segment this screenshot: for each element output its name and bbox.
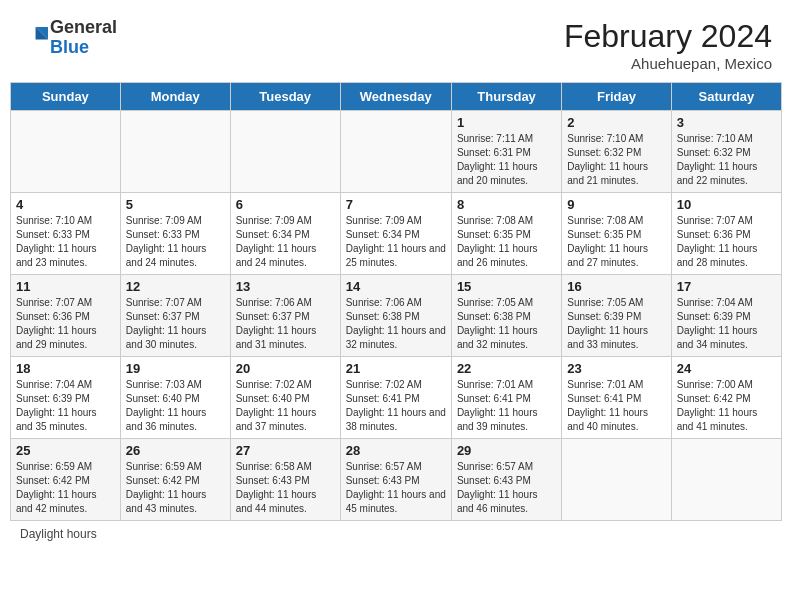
calendar-week-2: 4Sunrise: 7:10 AM Sunset: 6:33 PM Daylig… [11,193,782,275]
day-info: Sunrise: 7:02 AM Sunset: 6:41 PM Dayligh… [346,378,446,434]
day-number: 9 [567,197,665,212]
day-number: 4 [16,197,115,212]
calendar-cell: 29Sunrise: 6:57 AM Sunset: 6:43 PM Dayli… [451,439,561,521]
day-number: 14 [346,279,446,294]
day-number: 7 [346,197,446,212]
day-info: Sunrise: 7:09 AM Sunset: 6:33 PM Dayligh… [126,214,225,270]
calendar: SundayMondayTuesdayWednesdayThursdayFrid… [10,82,782,521]
day-info: Sunrise: 7:05 AM Sunset: 6:38 PM Dayligh… [457,296,556,352]
day-info: Sunrise: 7:04 AM Sunset: 6:39 PM Dayligh… [16,378,115,434]
calendar-cell [671,439,781,521]
col-header-friday: Friday [562,83,671,111]
day-number: 21 [346,361,446,376]
day-number: 13 [236,279,335,294]
calendar-cell [11,111,121,193]
calendar-cell: 12Sunrise: 7:07 AM Sunset: 6:37 PM Dayli… [120,275,230,357]
day-info: Sunrise: 7:04 AM Sunset: 6:39 PM Dayligh… [677,296,776,352]
calendar-cell: 26Sunrise: 6:59 AM Sunset: 6:42 PM Dayli… [120,439,230,521]
day-number: 22 [457,361,556,376]
day-info: Sunrise: 7:09 AM Sunset: 6:34 PM Dayligh… [236,214,335,270]
day-info: Sunrise: 7:05 AM Sunset: 6:39 PM Dayligh… [567,296,665,352]
calendar-header-row: SundayMondayTuesdayWednesdayThursdayFrid… [11,83,782,111]
day-info: Sunrise: 7:00 AM Sunset: 6:42 PM Dayligh… [677,378,776,434]
day-number: 3 [677,115,776,130]
day-info: Sunrise: 6:58 AM Sunset: 6:43 PM Dayligh… [236,460,335,516]
day-info: Sunrise: 7:03 AM Sunset: 6:40 PM Dayligh… [126,378,225,434]
logo-blue: Blue [50,38,117,58]
calendar-cell: 25Sunrise: 6:59 AM Sunset: 6:42 PM Dayli… [11,439,121,521]
day-info: Sunrise: 7:06 AM Sunset: 6:37 PM Dayligh… [236,296,335,352]
calendar-cell: 15Sunrise: 7:05 AM Sunset: 6:38 PM Dayli… [451,275,561,357]
day-number: 1 [457,115,556,130]
calendar-cell: 5Sunrise: 7:09 AM Sunset: 6:33 PM Daylig… [120,193,230,275]
day-number: 11 [16,279,115,294]
calendar-cell: 2Sunrise: 7:10 AM Sunset: 6:32 PM Daylig… [562,111,671,193]
calendar-cell: 18Sunrise: 7:04 AM Sunset: 6:39 PM Dayli… [11,357,121,439]
calendar-cell [230,111,340,193]
day-info: Sunrise: 6:57 AM Sunset: 6:43 PM Dayligh… [457,460,556,516]
calendar-cell: 24Sunrise: 7:00 AM Sunset: 6:42 PM Dayli… [671,357,781,439]
day-number: 23 [567,361,665,376]
calendar-cell: 11Sunrise: 7:07 AM Sunset: 6:36 PM Dayli… [11,275,121,357]
day-number: 20 [236,361,335,376]
calendar-cell: 16Sunrise: 7:05 AM Sunset: 6:39 PM Dayli… [562,275,671,357]
day-info: Sunrise: 7:07 AM Sunset: 6:36 PM Dayligh… [677,214,776,270]
calendar-cell: 9Sunrise: 7:08 AM Sunset: 6:35 PM Daylig… [562,193,671,275]
day-info: Sunrise: 7:09 AM Sunset: 6:34 PM Dayligh… [346,214,446,270]
day-info: Sunrise: 6:59 AM Sunset: 6:42 PM Dayligh… [126,460,225,516]
day-number: 17 [677,279,776,294]
calendar-cell: 23Sunrise: 7:01 AM Sunset: 6:41 PM Dayli… [562,357,671,439]
day-number: 12 [126,279,225,294]
day-number: 5 [126,197,225,212]
calendar-cell [340,111,451,193]
calendar-cell: 1Sunrise: 7:11 AM Sunset: 6:31 PM Daylig… [451,111,561,193]
calendar-cell: 22Sunrise: 7:01 AM Sunset: 6:41 PM Dayli… [451,357,561,439]
day-info: Sunrise: 7:08 AM Sunset: 6:35 PM Dayligh… [567,214,665,270]
calendar-cell: 7Sunrise: 7:09 AM Sunset: 6:34 PM Daylig… [340,193,451,275]
calendar-week-5: 25Sunrise: 6:59 AM Sunset: 6:42 PM Dayli… [11,439,782,521]
calendar-cell: 6Sunrise: 7:09 AM Sunset: 6:34 PM Daylig… [230,193,340,275]
day-number: 6 [236,197,335,212]
header: General Blue February 2024 Ahuehuepan, M… [10,10,782,76]
calendar-cell: 21Sunrise: 7:02 AM Sunset: 6:41 PM Dayli… [340,357,451,439]
day-info: Sunrise: 7:02 AM Sunset: 6:40 PM Dayligh… [236,378,335,434]
day-number: 2 [567,115,665,130]
month-year: February 2024 [564,18,772,55]
logo-icon [20,24,48,52]
day-number: 19 [126,361,225,376]
day-info: Sunrise: 6:57 AM Sunset: 6:43 PM Dayligh… [346,460,446,516]
calendar-cell: 14Sunrise: 7:06 AM Sunset: 6:38 PM Dayli… [340,275,451,357]
col-header-saturday: Saturday [671,83,781,111]
calendar-cell: 10Sunrise: 7:07 AM Sunset: 6:36 PM Dayli… [671,193,781,275]
calendar-cell: 28Sunrise: 6:57 AM Sunset: 6:43 PM Dayli… [340,439,451,521]
day-info: Sunrise: 7:07 AM Sunset: 6:37 PM Dayligh… [126,296,225,352]
col-header-thursday: Thursday [451,83,561,111]
day-info: Sunrise: 7:08 AM Sunset: 6:35 PM Dayligh… [457,214,556,270]
day-info: Sunrise: 7:10 AM Sunset: 6:33 PM Dayligh… [16,214,115,270]
calendar-week-1: 1Sunrise: 7:11 AM Sunset: 6:31 PM Daylig… [11,111,782,193]
calendar-cell: 8Sunrise: 7:08 AM Sunset: 6:35 PM Daylig… [451,193,561,275]
col-header-monday: Monday [120,83,230,111]
calendar-cell: 20Sunrise: 7:02 AM Sunset: 6:40 PM Dayli… [230,357,340,439]
calendar-cell: 17Sunrise: 7:04 AM Sunset: 6:39 PM Dayli… [671,275,781,357]
day-info: Sunrise: 7:01 AM Sunset: 6:41 PM Dayligh… [567,378,665,434]
day-info: Sunrise: 7:10 AM Sunset: 6:32 PM Dayligh… [567,132,665,188]
calendar-cell: 27Sunrise: 6:58 AM Sunset: 6:43 PM Dayli… [230,439,340,521]
legend: Daylight hours [10,521,782,547]
calendar-cell [120,111,230,193]
day-number: 8 [457,197,556,212]
day-number: 29 [457,443,556,458]
calendar-cell: 3Sunrise: 7:10 AM Sunset: 6:32 PM Daylig… [671,111,781,193]
calendar-cell: 4Sunrise: 7:10 AM Sunset: 6:33 PM Daylig… [11,193,121,275]
day-info: Sunrise: 7:07 AM Sunset: 6:36 PM Dayligh… [16,296,115,352]
day-number: 25 [16,443,115,458]
day-number: 24 [677,361,776,376]
calendar-cell: 13Sunrise: 7:06 AM Sunset: 6:37 PM Dayli… [230,275,340,357]
calendar-week-4: 18Sunrise: 7:04 AM Sunset: 6:39 PM Dayli… [11,357,782,439]
location: Ahuehuepan, Mexico [564,55,772,72]
day-info: Sunrise: 7:06 AM Sunset: 6:38 PM Dayligh… [346,296,446,352]
day-number: 15 [457,279,556,294]
title-block: February 2024 Ahuehuepan, Mexico [564,18,772,72]
logo: General Blue [20,18,117,58]
day-info: Sunrise: 7:01 AM Sunset: 6:41 PM Dayligh… [457,378,556,434]
